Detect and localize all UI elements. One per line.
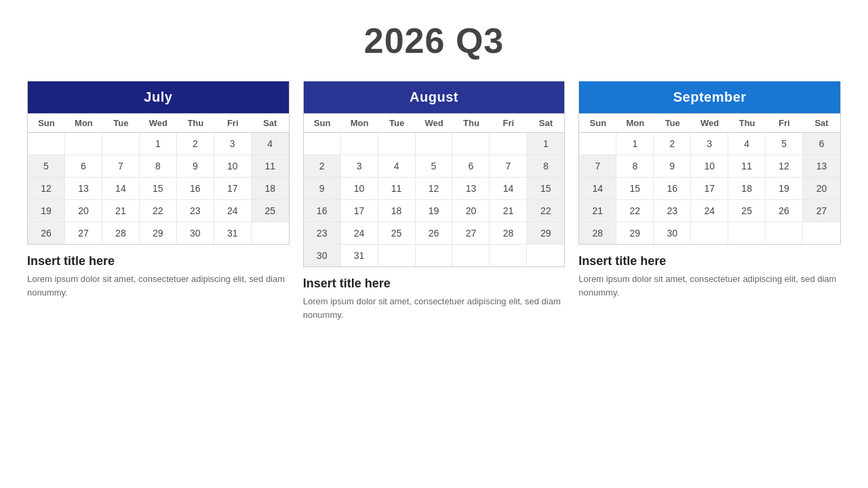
cal-day-july-w4d4: 30 bbox=[177, 222, 214, 244]
cal-day-september-w4d5 bbox=[766, 222, 803, 244]
cal-day-september-w4d2: 30 bbox=[654, 222, 691, 244]
cal-day-august-w3d6: 22 bbox=[527, 200, 564, 222]
page: 2026 Q3 JulySunMonTueWedThuFriSat1234567… bbox=[0, 0, 868, 488]
cal-day-september-w1d2: 9 bbox=[654, 155, 691, 178]
cal-day-august-w3d3: 19 bbox=[416, 200, 453, 222]
cal-day-august-w3d4: 20 bbox=[452, 200, 490, 222]
cal-day-july-w2d3: 15 bbox=[140, 178, 177, 200]
calendar-section-august: AugustSunMonTueWedThuFriSat1234567891011… bbox=[303, 81, 566, 321]
cal-day-july-w2d2: 14 bbox=[102, 178, 140, 200]
cal-day-august-w5d3 bbox=[416, 245, 453, 266]
cal-day-august-w2d5: 14 bbox=[490, 178, 527, 200]
cal-day-july-w2d1: 13 bbox=[65, 178, 102, 200]
dow-wed: Wed bbox=[691, 113, 728, 133]
cal-day-august-w3d2: 18 bbox=[378, 200, 416, 222]
cal-day-july-w0d3: 1 bbox=[140, 133, 177, 155]
cal-day-august-w0d2 bbox=[378, 133, 416, 155]
dow-thu: Thu bbox=[452, 113, 490, 133]
dow-thu: Thu bbox=[177, 113, 214, 133]
cal-day-july-w2d4: 16 bbox=[177, 178, 214, 200]
cal-day-august-w4d3: 26 bbox=[416, 222, 453, 245]
cal-day-september-w1d6: 13 bbox=[803, 155, 840, 178]
cal-header-august: August bbox=[304, 81, 565, 113]
calendars-row: JulySunMonTueWedThuFriSat123456789101112… bbox=[27, 81, 841, 321]
section-title-august: Insert title here bbox=[303, 277, 566, 291]
cal-day-september-w0d5: 5 bbox=[766, 133, 803, 155]
cal-day-july-w2d6: 18 bbox=[252, 178, 289, 200]
cal-day-july-w2d0: 12 bbox=[28, 178, 65, 200]
cal-day-july-w3d5: 24 bbox=[214, 200, 252, 222]
section-desc-september: Lorem ipsum dolor sit amet, consectetuer… bbox=[578, 272, 841, 299]
cal-day-august-w1d6: 8 bbox=[527, 155, 564, 178]
cal-day-september-w0d1: 1 bbox=[616, 133, 654, 155]
cal-day-august-w0d6: 1 bbox=[527, 133, 564, 155]
cal-day-july-w3d4: 23 bbox=[177, 200, 214, 222]
section-desc-august: Lorem ipsum dolor sit amet, consectetuer… bbox=[303, 295, 566, 321]
dow-mon: Mon bbox=[65, 113, 102, 133]
cal-day-july-w1d2: 7 bbox=[102, 155, 140, 178]
cal-day-september-w0d2: 2 bbox=[654, 133, 691, 155]
cal-day-august-w0d4 bbox=[452, 133, 490, 155]
cal-day-august-w1d3: 5 bbox=[416, 155, 453, 178]
cal-day-september-w3d5: 26 bbox=[766, 200, 803, 222]
cal-day-august-w3d5: 21 bbox=[490, 200, 527, 222]
dow-sat: Sat bbox=[527, 113, 564, 133]
cal-day-september-w3d4: 25 bbox=[728, 200, 766, 222]
cal-day-july-w1d1: 6 bbox=[65, 155, 102, 178]
cal-day-september-w2d5: 19 bbox=[766, 178, 803, 200]
calendar-section-july: JulySunMonTueWedThuFriSat123456789101112… bbox=[27, 81, 290, 321]
section-info-july: Insert title hereLorem ipsum dolor sit a… bbox=[27, 254, 290, 299]
cal-day-july-w4d1: 27 bbox=[65, 222, 102, 244]
cal-day-september-w2d3: 17 bbox=[691, 178, 728, 200]
cal-day-august-w2d2: 11 bbox=[378, 178, 416, 200]
cal-day-july-w1d3: 8 bbox=[140, 155, 177, 178]
cal-day-august-w5d6 bbox=[527, 245, 564, 266]
cal-day-september-w3d0: 21 bbox=[579, 200, 616, 222]
cal-day-july-w4d6 bbox=[252, 222, 289, 244]
cal-day-july-w0d2 bbox=[102, 133, 140, 155]
section-info-september: Insert title hereLorem ipsum dolor sit a… bbox=[578, 254, 841, 299]
cal-day-august-w4d6: 29 bbox=[527, 222, 564, 245]
cal-day-july-w1d0: 5 bbox=[28, 155, 65, 178]
cal-day-august-w4d1: 24 bbox=[341, 222, 378, 245]
section-info-august: Insert title hereLorem ipsum dolor sit a… bbox=[303, 277, 566, 321]
cal-day-august-w5d2 bbox=[378, 245, 416, 266]
dow-sun: Sun bbox=[304, 113, 341, 133]
dow-tue: Tue bbox=[378, 113, 416, 133]
dow-sun: Sun bbox=[579, 113, 616, 133]
dow-sat: Sat bbox=[803, 113, 840, 133]
dow-sat: Sat bbox=[252, 113, 289, 133]
cal-day-july-w3d2: 21 bbox=[102, 200, 140, 222]
dow-fri: Fri bbox=[214, 113, 252, 133]
cal-day-july-w0d5: 3 bbox=[214, 133, 252, 155]
cal-day-august-w0d1 bbox=[341, 133, 378, 155]
cal-day-august-w2d1: 10 bbox=[341, 178, 378, 200]
cal-day-august-w5d5 bbox=[490, 245, 527, 266]
section-title-july: Insert title here bbox=[27, 254, 290, 268]
cal-day-july-w4d0: 26 bbox=[28, 222, 65, 244]
cal-day-august-w4d5: 28 bbox=[490, 222, 527, 245]
cal-day-september-w2d2: 16 bbox=[654, 178, 691, 200]
cal-day-august-w5d1: 31 bbox=[341, 245, 378, 266]
dow-sun: Sun bbox=[28, 113, 65, 133]
cal-day-july-w4d2: 28 bbox=[102, 222, 140, 244]
cal-day-august-w5d4 bbox=[452, 245, 490, 266]
cal-day-september-w2d1: 15 bbox=[616, 178, 654, 200]
cal-day-july-w3d6: 25 bbox=[252, 200, 289, 222]
page-title: 2026 Q3 bbox=[364, 20, 505, 61]
dow-mon: Mon bbox=[616, 113, 654, 133]
cal-day-july-w1d6: 11 bbox=[252, 155, 289, 178]
cal-day-august-w5d0: 30 bbox=[304, 245, 341, 266]
cal-day-august-w3d0: 16 bbox=[304, 200, 341, 222]
dow-fri: Fri bbox=[490, 113, 527, 133]
cal-day-august-w1d1: 3 bbox=[341, 155, 378, 178]
cal-day-september-w1d3: 10 bbox=[691, 155, 728, 178]
cal-day-september-w3d1: 22 bbox=[616, 200, 654, 222]
cal-day-august-w2d4: 13 bbox=[452, 178, 490, 200]
cal-day-july-w4d5: 31 bbox=[214, 222, 252, 244]
cal-day-july-w1d5: 10 bbox=[214, 155, 252, 178]
cal-day-september-w0d0 bbox=[579, 133, 616, 155]
cal-day-august-w0d5 bbox=[490, 133, 527, 155]
cal-day-august-w2d0: 9 bbox=[304, 178, 341, 200]
cal-day-september-w4d6 bbox=[803, 222, 840, 244]
